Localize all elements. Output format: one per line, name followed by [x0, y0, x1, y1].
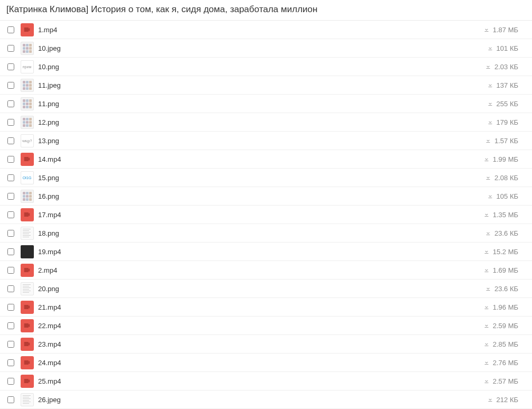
file-name[interactable]: 23.mp4 [38, 340, 483, 348]
select-checkbox[interactable] [7, 267, 14, 274]
select-checkbox[interactable] [7, 230, 14, 237]
download-icon[interactable] [483, 156, 490, 162]
file-name[interactable]: 11.jpeg [38, 81, 487, 89]
select-checkbox[interactable] [7, 45, 14, 52]
select-checkbox[interactable] [7, 63, 14, 70]
download-icon[interactable] [483, 322, 490, 329]
download-icon[interactable] [487, 396, 493, 403]
file-name[interactable]: 1.mp4 [38, 26, 483, 34]
file-name[interactable]: 18.png [38, 229, 485, 237]
select-checkbox[interactable] [7, 341, 14, 348]
file-row[interactable]: 23.mp42.85 МБ [0, 335, 532, 354]
file-row[interactable]: 21.mp41.96 МБ [0, 298, 532, 317]
file-row[interactable]: 25.mp42.57 МБ [0, 372, 532, 391]
file-row[interactable]: 10.jpeg101 КБ [0, 39, 532, 58]
download-icon[interactable] [487, 193, 493, 199]
file-name[interactable]: 20.png [38, 285, 485, 293]
download-icon[interactable] [487, 119, 493, 125]
download-icon[interactable] [485, 137, 491, 144]
download-icon[interactable] [487, 100, 493, 107]
select-checkbox[interactable] [7, 26, 14, 33]
file-name[interactable]: 24.mp4 [38, 359, 483, 367]
file-name[interactable]: 25.mp4 [38, 377, 483, 385]
select-checkbox[interactable] [7, 248, 14, 255]
download-icon[interactable] [485, 174, 491, 181]
svg-rect-1 [488, 50, 492, 50]
select-checkbox[interactable] [7, 285, 14, 292]
page-title: [Катринка Климова] История о том, как я,… [6, 4, 526, 15]
svg-rect-2 [486, 68, 490, 69]
download-icon[interactable] [483, 359, 490, 366]
file-name[interactable]: 16.png [38, 192, 487, 200]
select-checkbox[interactable] [7, 322, 14, 329]
select-checkbox[interactable] [7, 137, 14, 144]
file-row[interactable]: 16.png105 КБ [0, 187, 532, 206]
file-row[interactable]: OI1G15.png2.08 КБ [0, 169, 532, 187]
file-row[interactable]: 2.mp41.69 МБ [0, 261, 532, 280]
file-row[interactable]: 11.png255 КБ [0, 95, 532, 113]
file-name[interactable]: 17.mp4 [38, 211, 483, 219]
file-name[interactable]: 12.png [38, 118, 487, 126]
file-row[interactable]: 17.mp41.35 МБ [0, 206, 532, 224]
file-name[interactable]: 13.png [38, 137, 485, 145]
svg-rect-0 [484, 31, 488, 32]
download-icon[interactable] [483, 211, 490, 218]
thumb-cell [20, 208, 34, 221]
file-row[interactable]: 1.mp41.87 МБ [0, 21, 532, 39]
select-checkbox[interactable] [7, 82, 14, 89]
select-checkbox[interactable] [7, 119, 14, 126]
file-size: 212 КБ [497, 396, 518, 404]
file-row[interactable]: 24.mp42.76 МБ [0, 354, 532, 372]
file-name[interactable]: 26.jpeg [38, 396, 487, 404]
download-icon[interactable] [487, 45, 493, 51]
file-name[interactable]: 15.png [38, 174, 485, 182]
video-icon [21, 338, 34, 351]
select-checkbox[interactable] [7, 211, 14, 218]
select-checkbox[interactable] [7, 193, 14, 200]
file-row[interactable]: 11.jpeg137 КБ [0, 76, 532, 95]
file-size-cell: 1.99 МБ [483, 155, 527, 163]
download-icon[interactable] [483, 378, 490, 384]
download-icon[interactable] [485, 63, 491, 70]
file-row[interactable]: прим10.png2.03 КБ [0, 58, 532, 76]
file-name[interactable]: 21.mp4 [38, 303, 483, 311]
file-name[interactable]: 10.png [38, 63, 485, 71]
file-row[interactable]: 14.mp41.99 МБ [0, 150, 532, 169]
select-checkbox[interactable] [7, 100, 14, 107]
file-row[interactable]: 20.png23.6 КБ [0, 280, 532, 298]
select-checkbox[interactable] [7, 174, 14, 181]
download-icon[interactable] [483, 248, 490, 255]
file-name[interactable]: 2.mp4 [38, 266, 483, 274]
checkbox-cell [7, 26, 20, 33]
download-icon[interactable] [483, 304, 490, 310]
download-icon[interactable] [487, 82, 493, 88]
select-checkbox[interactable] [7, 156, 14, 163]
file-row[interactable]: 12.png179 КБ [0, 113, 532, 132]
thumb-cell [20, 227, 34, 240]
file-name[interactable]: 11.png [38, 100, 487, 108]
download-icon[interactable] [485, 285, 491, 292]
video-icon [21, 319, 34, 332]
select-checkbox[interactable] [7, 304, 14, 311]
file-name[interactable]: 14.mp4 [38, 155, 483, 163]
video-icon [21, 208, 34, 221]
download-icon[interactable] [483, 26, 490, 33]
thumb-cell [20, 116, 34, 129]
download-icon[interactable] [483, 267, 490, 273]
file-name[interactable]: 19.mp4 [38, 248, 483, 256]
doc-thumb [21, 227, 34, 240]
download-icon[interactable] [483, 341, 490, 347]
file-row[interactable]: чицу?13.png1.57 КБ [0, 132, 532, 150]
file-row[interactable]: 22.mp42.59 МБ [0, 317, 532, 335]
file-row[interactable]: 19.mp415.2 МБ [0, 243, 532, 261]
file-name[interactable]: 10.jpeg [38, 44, 487, 52]
select-checkbox[interactable] [7, 359, 14, 366]
thumb-cell [20, 282, 34, 295]
file-size-cell: 255 КБ [487, 100, 527, 108]
download-icon[interactable] [485, 230, 491, 236]
file-name[interactable]: 22.mp4 [38, 322, 483, 330]
file-row[interactable]: 18.png23.6 КБ [0, 224, 532, 243]
file-row[interactable]: 26.jpeg212 КБ [0, 391, 532, 409]
select-checkbox[interactable] [7, 378, 14, 385]
select-checkbox[interactable] [7, 396, 14, 403]
